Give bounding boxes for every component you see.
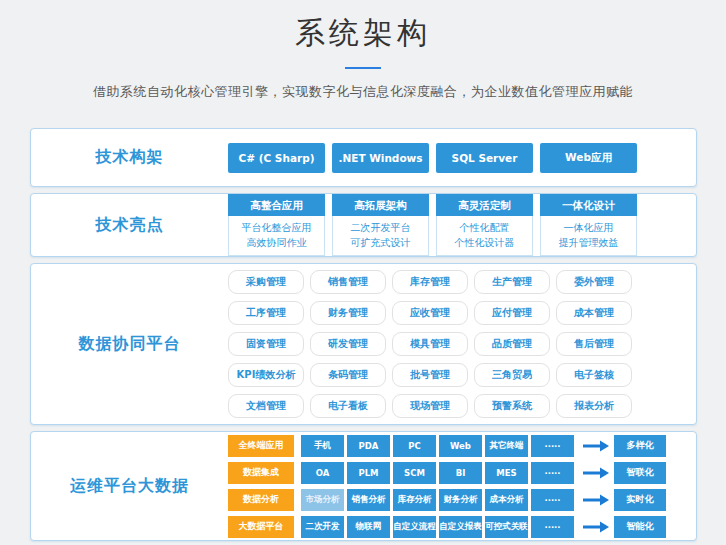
highlight-card-body: 二次开发平台 可扩充式设计 <box>332 216 429 256</box>
module-button[interactable]: 现场管理 <box>392 394 468 418</box>
ops-result-badge: 实时化 <box>614 489 666 511</box>
module-button[interactable]: 批号管理 <box>392 363 468 387</box>
page-title: 系统架构 <box>0 13 726 54</box>
ops-chip[interactable]: 其它终端 <box>485 435 528 457</box>
module-button[interactable]: 工序管理 <box>228 301 304 325</box>
module-button[interactable]: 成本管理 <box>556 301 632 325</box>
highlight-card-title: 一体化设计 <box>540 194 637 216</box>
ops-chip[interactable]: MES <box>485 462 528 484</box>
module-button[interactable]: 固资管理 <box>228 332 304 356</box>
module-grid-row: 固资管理 研发管理 模具管理 品质管理 售后管理 <box>228 332 632 356</box>
ops-chip[interactable]: PDA <box>347 435 390 457</box>
module-button[interactable]: 文档管理 <box>228 394 304 418</box>
ops-row: 大数据平台 二次开发 物联网 自定义流程 自定义报表 可控式关联 ····· 智… <box>228 516 666 538</box>
tech-stack-buttons: C# (C Sharp) .NET Windows SQL Server Web… <box>228 143 637 173</box>
module-button[interactable]: 三角贸易 <box>474 363 550 387</box>
ops-chip[interactable]: BI <box>439 462 482 484</box>
arrow-right-icon <box>583 440 609 452</box>
ops-chip[interactable]: SCM <box>393 462 436 484</box>
section-highlights: 技术亮点 高整合应用 平台化整合应用 高效协同作业 高拓展架构 二次开发平台 可… <box>30 193 697 257</box>
ops-chip[interactable]: 库存分析 <box>393 489 436 511</box>
ops-chip[interactable]: 二次开发 <box>301 516 344 538</box>
module-button[interactable]: 研发管理 <box>310 332 386 356</box>
module-button[interactable]: 应收管理 <box>392 301 468 325</box>
module-button[interactable]: 报表分析 <box>556 394 632 418</box>
ops-chip[interactable]: 市场分析 <box>301 489 344 511</box>
tech-stack-csharp-button[interactable]: C# (C Sharp) <box>228 143 325 173</box>
page-subtitle: 借助系统自动化核心管理引擎，实现数字化与信息化深度融合，为企业数值化管理应用赋能 <box>0 83 726 101</box>
highlight-card-title: 高整合应用 <box>228 194 325 216</box>
section-label-data-platform: 数据协同平台 <box>31 334 228 355</box>
ops-chip[interactable]: 销售分析 <box>347 489 390 511</box>
ops-result-badge: 多样化 <box>614 435 666 457</box>
ops-chip[interactable]: PC <box>393 435 436 457</box>
ops-chip[interactable]: PLM <box>347 462 390 484</box>
ops-chip[interactable]: 成本分析 <box>485 489 528 511</box>
module-button[interactable]: 生产管理 <box>474 270 550 294</box>
ops-row: 数据分析 市场分析 销售分析 库存分析 财务分析 成本分析 ····· 实时化 <box>228 489 666 511</box>
highlight-card-body: 平台化整合应用 高效协同作业 <box>228 216 325 256</box>
ops-chip[interactable]: 可控式关联 <box>485 516 528 538</box>
module-button[interactable]: 售后管理 <box>556 332 632 356</box>
ops-row: 数据集成 OA PLM SCM BI MES ····· 智联化 <box>228 462 666 484</box>
highlight-card: 高灵活定制 个性化配置 个性化设计器 <box>436 194 533 256</box>
highlight-cards: 高整合应用 平台化整合应用 高效协同作业 高拓展架构 二次开发平台 可扩充式设计… <box>228 194 637 256</box>
module-button[interactable]: 模具管理 <box>392 332 468 356</box>
module-button[interactable]: 电子签核 <box>556 363 632 387</box>
highlight-card-line: 一体化应用 <box>541 220 636 235</box>
module-button[interactable]: 条码管理 <box>310 363 386 387</box>
module-grid-row: KPI绩效分析 条码管理 批号管理 三角贸易 电子签核 <box>228 363 632 387</box>
ops-chip[interactable]: 手机 <box>301 435 344 457</box>
section-tech-stack: 技术构架 C# (C Sharp) .NET Windows SQL Serve… <box>30 128 697 187</box>
highlight-card-line: 高效协同作业 <box>229 235 324 250</box>
module-button[interactable]: 财务管理 <box>310 301 386 325</box>
ops-category-badge: 大数据平台 <box>228 516 294 538</box>
module-button[interactable]: 电子看板 <box>310 394 386 418</box>
arrow-right-icon <box>583 521 609 533</box>
highlight-card-line: 平台化整合应用 <box>229 220 324 235</box>
module-button[interactable]: 委外管理 <box>556 270 632 294</box>
highlight-card: 高整合应用 平台化整合应用 高效协同作业 <box>228 194 325 256</box>
tech-stack-dotnet-button[interactable]: .NET Windows <box>332 143 429 173</box>
module-button[interactable]: 应付管理 <box>474 301 550 325</box>
arrow-right-icon <box>583 467 609 479</box>
module-button[interactable]: 库存管理 <box>392 270 468 294</box>
module-button[interactable]: KPI绩效分析 <box>228 363 304 387</box>
section-label-ops-platform: 运维平台大数据 <box>31 476 228 497</box>
module-grid-row: 工序管理 财务管理 应收管理 应付管理 成本管理 <box>228 301 632 325</box>
section-ops-platform: 运维平台大数据 全终端应用 手机 PDA PC Web 其它终端 ····· 多… <box>30 431 697 541</box>
highlight-card: 高拓展架构 二次开发平台 可扩充式设计 <box>332 194 429 256</box>
ops-category-badge: 数据集成 <box>228 462 294 484</box>
ops-chip[interactable]: 自定义流程 <box>393 516 436 538</box>
module-button[interactable]: 品质管理 <box>474 332 550 356</box>
ops-chip-more[interactable]: ····· <box>531 516 574 538</box>
arrow-right-icon <box>583 494 609 506</box>
module-grid-row: 文档管理 电子看板 现场管理 预警系统 报表分析 <box>228 394 632 418</box>
highlight-card-line: 提升管理效益 <box>541 235 636 250</box>
highlight-card-line: 个性化配置 <box>437 220 532 235</box>
highlight-card-body: 一体化应用 提升管理效益 <box>540 216 637 256</box>
ops-chip[interactable]: 财务分析 <box>439 489 482 511</box>
ops-chip-more[interactable]: ····· <box>531 489 574 511</box>
ops-chip-more[interactable]: ····· <box>531 462 574 484</box>
ops-chip-more[interactable]: ····· <box>531 435 574 457</box>
highlight-card-line: 二次开发平台 <box>333 220 428 235</box>
ops-chip[interactable]: OA <box>301 462 344 484</box>
module-button[interactable]: 预警系统 <box>474 394 550 418</box>
tech-stack-web-button[interactable]: Web应用 <box>540 143 637 173</box>
section-label-tech-stack: 技术构架 <box>31 147 228 168</box>
module-grid-row: 采购管理 销售管理 库存管理 生产管理 委外管理 <box>228 270 632 294</box>
module-grid: 采购管理 销售管理 库存管理 生产管理 委外管理 工序管理 财务管理 应收管理 … <box>228 270 632 418</box>
title-underline <box>345 67 381 69</box>
module-button[interactable]: 销售管理 <box>310 270 386 294</box>
module-button[interactable]: 采购管理 <box>228 270 304 294</box>
ops-chip[interactable]: Web <box>439 435 482 457</box>
ops-result-badge: 智能化 <box>614 516 666 538</box>
page-header: 系统架构 借助系统自动化核心管理引擎，实现数字化与信息化深度融合，为企业数值化管… <box>0 0 726 101</box>
ops-result-badge: 智联化 <box>614 462 666 484</box>
section-label-highlights: 技术亮点 <box>31 215 228 236</box>
highlight-card-line: 可扩充式设计 <box>333 235 428 250</box>
tech-stack-sqlserver-button[interactable]: SQL Server <box>436 143 533 173</box>
ops-chip[interactable]: 自定义报表 <box>439 516 482 538</box>
ops-chip[interactable]: 物联网 <box>347 516 390 538</box>
